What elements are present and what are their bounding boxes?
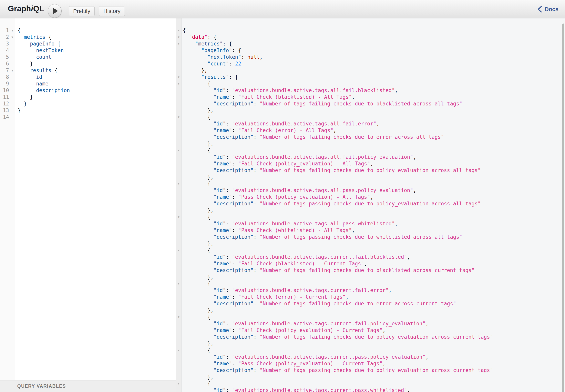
fold-arrow-icon[interactable]: ▼ [177, 29, 180, 32]
fold-arrow-icon[interactable]: ▼ [177, 75, 180, 79]
result-code-line: "pageInfo": { [183, 47, 565, 54]
result-code-line: }, [183, 240, 565, 247]
result-code-line: }, [183, 340, 565, 347]
result-code-line: "name": "Pass Check (whitelisted) - All … [183, 227, 565, 234]
workspace: 1▼2▼34567▼891011121314 { metrics { pageI… [0, 18, 565, 392]
play-icon [53, 8, 58, 14]
query-code-line: } [18, 94, 176, 100]
query-code-line: count [18, 54, 176, 60]
query-code-line: nextToken [18, 47, 176, 54]
result-code-line: { [183, 247, 565, 254]
result-code-line: "id": "evaluations.bundle.active.tags.cu… [183, 287, 565, 294]
fold-arrow-icon[interactable]: ▼ [177, 349, 180, 352]
result-code-line: "data": { [183, 34, 565, 40]
fold-arrow-icon[interactable]: ▼ [177, 215, 180, 219]
line-number: 7 [0, 68, 9, 73]
fold-arrow-icon[interactable]: ▼ [177, 35, 180, 39]
logo-text-ql: QL [33, 4, 44, 13]
query-code-line: } [18, 107, 176, 114]
result-code-line: }, [183, 374, 565, 380]
fold-arrow-icon[interactable]: ▼ [177, 115, 180, 119]
result-code-line: "name": "Fail Check (policy_evaluation) … [183, 327, 565, 334]
result-code-line: "id": "evaluations.bundle.active.tags.cu… [183, 320, 565, 327]
query-gutter: 1▼2▼34567▼891011121314 [0, 18, 15, 392]
query-code-line: { [18, 27, 176, 34]
query-code-line: description [18, 87, 176, 94]
result-code-line: "id": "evaluations.bundle.active.tags.al… [183, 87, 565, 94]
result-gutter: ▼▼▼▼▼▼▼▼▼▼▼▼▼▼ [176, 18, 181, 392]
chevron-left-icon [537, 6, 542, 13]
result-code-line: }, [183, 140, 565, 147]
docs-button[interactable]: Docs [537, 0, 559, 18]
docs-label: Docs [545, 6, 559, 13]
line-number: 12 [0, 101, 9, 107]
result-code-line: "description": "Number of tags passing c… [183, 367, 565, 374]
line-number: 5 [0, 54, 9, 60]
line-number: 8 [0, 74, 9, 80]
fold-arrow-icon[interactable]: ▼ [177, 315, 180, 319]
result-code-line: { [183, 314, 565, 320]
fold-arrow-icon[interactable]: ▼ [177, 149, 180, 152]
line-number: 10 [0, 87, 9, 93]
result-code-line: { [183, 380, 565, 387]
query-variables-header[interactable]: QUERY VARIABLES [0, 380, 176, 392]
result-code-line: { [183, 280, 565, 287]
result-code-line: "description": "Number of tags failing c… [183, 300, 565, 307]
result-code-line: "description": "Number of tags failing c… [183, 267, 565, 274]
history-button[interactable]: History [99, 6, 125, 16]
query-code-line: id [18, 74, 176, 80]
execute-button[interactable] [48, 4, 62, 18]
result-pane[interactable]: ▼▼▼▼▼▼▼▼▼▼▼▼▼▼ { "data": { "metrics": { … [176, 18, 565, 392]
result-code-line: "id": "evaluations.bundle.active.tags.al… [183, 154, 565, 160]
fold-arrow-icon[interactable]: ▼ [177, 249, 180, 252]
result-code-line: "description": "Number of tags passing c… [183, 234, 565, 240]
query-code-line: } [18, 60, 176, 67]
line-number: 11 [0, 94, 9, 100]
result-code-line: { [183, 214, 565, 220]
result-code-line: "description": "Number of tags failing c… [183, 167, 565, 174]
fold-arrow-icon[interactable]: ▼ [177, 382, 180, 385]
result-code-line: { [183, 147, 565, 154]
query-code-line: metrics { [18, 34, 176, 40]
vertical-scrollbar[interactable] [562, 24, 564, 392]
result-code-line: "description": "Number of tags passing c… [183, 200, 565, 207]
fold-arrow-icon[interactable]: ▼ [177, 282, 180, 285]
result-code-line: { [183, 180, 565, 187]
graphiql-logo: GraphiQL [8, 4, 44, 13]
fold-arrow-icon[interactable]: ▼ [9, 29, 15, 32]
result-code-line: "id": "evaluations.bundle.active.tags.al… [183, 120, 565, 127]
prettify-button[interactable]: Prettify [69, 6, 95, 16]
fold-arrow-icon[interactable]: ▼ [9, 69, 15, 72]
result-code-line: "count": 22 [183, 60, 565, 67]
fold-arrow-icon[interactable]: ▼ [177, 82, 180, 85]
result-code-line: "name": "Fail Check (blacklisted) - Curr… [183, 260, 565, 267]
result-code-line: "id": "evaluations.bundle.active.tags.al… [183, 187, 565, 194]
result-code-line: }, [183, 207, 565, 214]
line-number: 6 [0, 61, 9, 67]
line-number: 3 [0, 41, 9, 47]
query-code-line: } [18, 100, 176, 107]
result-code-line: "description": "Number of tags failing c… [183, 134, 565, 140]
result-code-line: { [183, 27, 565, 34]
result-code-line: "id": "evaluations.bundle.active.tags.cu… [183, 354, 565, 360]
top-bar: GraphiQL Prettify History Docs [0, 0, 565, 18]
result-code-line: "metrics": { [183, 40, 565, 47]
result-code-line: "results": [ [183, 74, 565, 80]
graphiql-window: GraphiQL Prettify History Docs 1▼2▼34567… [0, 0, 565, 392]
result-code-line: "name": "Fail Check (policy_evaluation) … [183, 160, 565, 167]
result-code-line: }, [183, 174, 565, 180]
logo-text-i: i [31, 4, 33, 13]
result-code: { "data": { "metrics": { "pageInfo": { "… [182, 18, 565, 392]
line-number: 13 [0, 107, 9, 113]
logo-text-graph: Graph [8, 4, 31, 13]
result-code-line: "name": "Pass Check (policy_evaluation) … [183, 194, 565, 200]
fold-arrow-icon[interactable]: ▼ [177, 42, 180, 45]
result-code-line: "name": "Fail Check (error) - All Tags", [183, 127, 565, 134]
query-editor-pane[interactable]: 1▼2▼34567▼891011121314 { metrics { pageI… [0, 18, 176, 392]
query-code[interactable]: { metrics { pageInfo { nextToken count }… [15, 18, 176, 380]
fold-arrow-icon[interactable]: ▼ [9, 35, 15, 39]
fold-arrow-icon[interactable]: ▼ [177, 182, 180, 185]
line-number: 9 [0, 81, 9, 87]
result-code-line: "description": "Number of tags failing c… [183, 334, 565, 340]
result-code-line: "id": "evaluations.bundle.active.tags.cu… [183, 387, 565, 392]
